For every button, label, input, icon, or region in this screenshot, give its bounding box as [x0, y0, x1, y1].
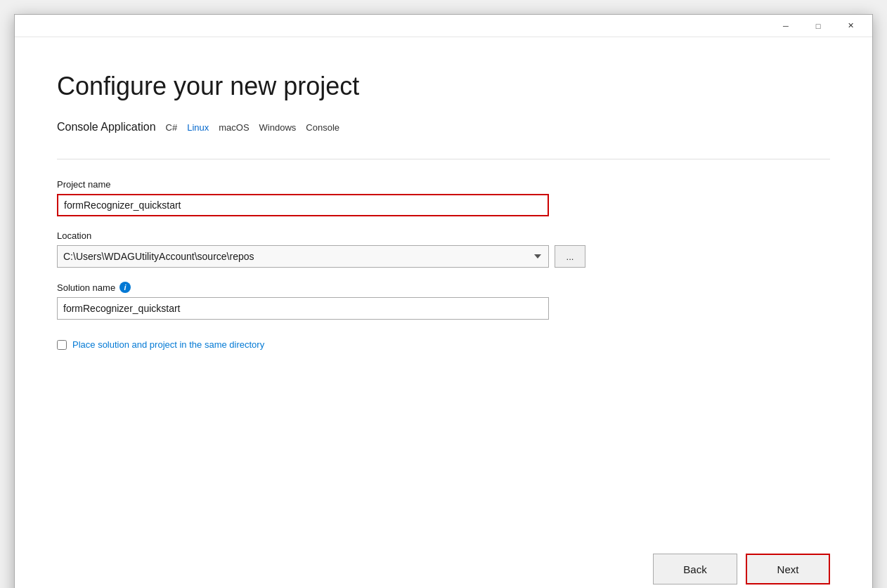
divider [57, 159, 830, 159]
bottom-bar: Back Next [15, 542, 872, 588]
title-bar-controls: ─ □ ✕ [770, 15, 867, 37]
tag-console: Console [306, 122, 339, 133]
back-button[interactable]: Back [653, 554, 737, 584]
main-window: ─ □ ✕ Configure your new project Console… [14, 14, 873, 588]
project-type-row: Console Application C# Linux macOS Windo… [57, 121, 830, 133]
page-title: Configure your new project [57, 71, 830, 101]
same-directory-row: Place solution and project in the same d… [57, 339, 830, 350]
tag-windows: Windows [259, 122, 297, 133]
title-bar: ─ □ ✕ [15, 15, 872, 37]
solution-name-label: Solution name i [57, 282, 830, 293]
location-label: Location [57, 230, 830, 241]
close-button[interactable]: ✕ [834, 15, 867, 37]
main-content: Configure your new project Console Appli… [15, 37, 872, 542]
location-row: C:\Users\WDAGUtilityAccount\source\repos… [57, 245, 830, 268]
tag-macos: macOS [219, 122, 249, 133]
browse-button[interactable]: ... [555, 245, 585, 268]
form-section: Project name Location C:\Users\WDAGUtili… [57, 179, 830, 350]
tag-linux: Linux [187, 122, 209, 133]
solution-name-input[interactable] [57, 297, 549, 320]
location-select[interactable]: C:\Users\WDAGUtilityAccount\source\repos [57, 245, 549, 268]
solution-name-info-icon: i [119, 282, 131, 293]
minimize-button[interactable]: ─ [770, 15, 802, 37]
project-name-label: Project name [57, 179, 830, 190]
project-type-name: Console Application [57, 121, 156, 133]
same-directory-checkbox[interactable] [57, 340, 67, 350]
maximize-button[interactable]: □ [802, 15, 834, 37]
next-button[interactable]: Next [746, 554, 830, 584]
tag-csharp: C# [166, 122, 178, 133]
project-name-group: Project name [57, 179, 830, 216]
project-name-input[interactable] [57, 194, 549, 216]
location-group: Location C:\Users\WDAGUtilityAccount\sou… [57, 230, 830, 268]
same-directory-label[interactable]: Place solution and project in the same d… [72, 339, 264, 350]
solution-name-group: Solution name i [57, 282, 830, 320]
